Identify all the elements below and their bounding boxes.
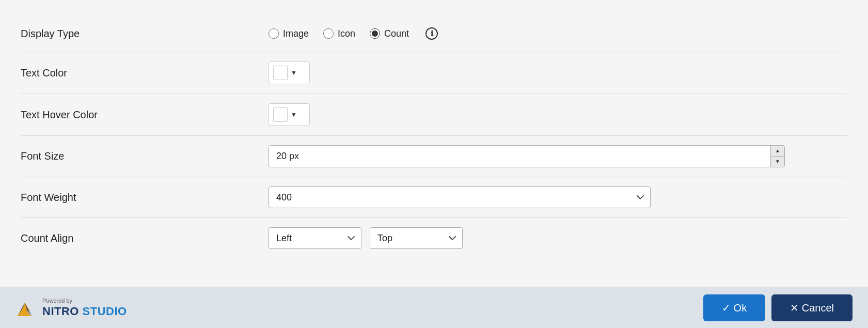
powered-by-text: Powered by [42,298,127,304]
nitro-branding: Powered by NITRO STUDIO [42,298,127,318]
info-icon[interactable]: ℹ [425,27,438,40]
cancel-button[interactable]: ✕ Cancel [771,294,853,321]
count-align-vertical-select[interactable]: Top Middle Bottom [370,227,463,249]
radio-option-count[interactable]: Count [370,28,409,39]
text-color-control: ▼ [269,61,847,84]
radio-option-image[interactable]: Image [269,28,309,39]
font-size-row: Font Size ▲ ▼ [21,136,847,177]
powered-by-section: Powered by NITRO STUDIO [15,296,127,319]
nitro-studio-text: NITRO STUDIO [42,305,127,318]
font-size-input[interactable] [269,146,770,167]
nitro-logo-icon [15,296,38,319]
footer: Powered by NITRO STUDIO ✓ Ok ✕ Cancel [0,287,868,328]
svg-marker-0 [18,303,31,316]
ok-button[interactable]: ✓ Ok [703,294,765,321]
font-size-spinner: ▲ ▼ [269,145,785,167]
main-content: Display Type Image Icon Count ℹ T [0,0,868,287]
text-color-picker-button[interactable]: ▼ [269,61,310,84]
count-align-selects: Left Center Right Top Middle Bottom [269,227,463,249]
text-hover-color-dropdown-arrow: ▼ [291,111,297,118]
count-align-row: Count Align Left Center Right Top Middle… [21,218,847,258]
radio-icon-label: Icon [338,28,355,39]
radio-count[interactable] [370,28,380,39]
display-type-label: Display Type [21,28,269,40]
text-color-row: Text Color ▼ [21,52,847,93]
count-align-label: Count Align [21,232,269,244]
display-type-row: Display Type Image Icon Count ℹ [21,15,847,52]
text-hover-color-control: ▼ [269,103,847,126]
text-hover-color-swatch [273,107,288,122]
font-size-increment-button[interactable]: ▲ [771,146,784,157]
font-weight-row: Font Weight 100 200 300 400 500 600 700 … [21,177,847,217]
font-weight-control: 100 200 300 400 500 600 700 800 900 [269,186,847,208]
display-type-radio-group: Image Icon Count ℹ [269,27,438,40]
radio-image[interactable] [269,28,279,39]
font-size-decrement-button[interactable]: ▼ [771,157,784,167]
studio-text-part: STUDIO [79,305,127,318]
font-size-spinner-buttons: ▲ ▼ [770,146,784,167]
text-color-label: Text Color [21,67,269,79]
count-align-control: Left Center Right Top Middle Bottom [269,227,847,249]
text-color-swatch [273,66,288,80]
radio-icon[interactable] [323,28,334,39]
font-weight-select[interactable]: 100 200 300 400 500 600 700 800 900 [269,186,651,208]
font-weight-label: Font Weight [21,192,269,204]
count-align-horizontal-select[interactable]: Left Center Right [269,227,361,249]
text-hover-color-label: Text Hover Color [21,109,269,121]
text-color-dropdown-arrow: ▼ [291,69,297,76]
nitro-text-part: NITRO [42,305,79,318]
text-hover-color-picker-button[interactable]: ▼ [269,103,310,126]
display-type-control: Image Icon Count ℹ [269,27,847,40]
radio-option-icon[interactable]: Icon [323,28,355,39]
font-size-control: ▲ ▼ [269,145,847,167]
radio-count-label: Count [384,28,409,39]
nitro-logo: Powered by NITRO STUDIO [15,296,127,319]
text-hover-color-row: Text Hover Color ▼ [21,94,847,135]
radio-image-label: Image [283,28,309,39]
footer-buttons: ✓ Ok ✕ Cancel [703,294,853,321]
font-size-label: Font Size [21,150,269,162]
